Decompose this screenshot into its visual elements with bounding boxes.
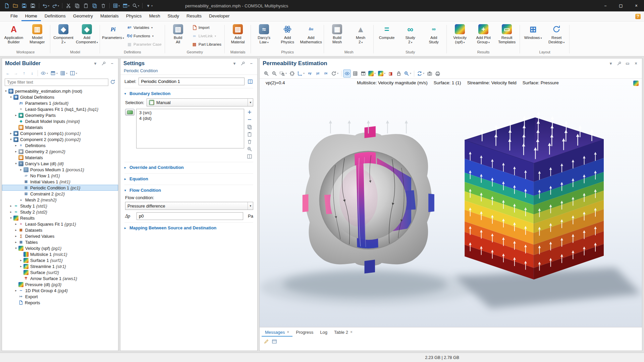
ribbon-variables-button[interactable]: a=Variables▾: [125, 24, 163, 32]
ribbon-study-2-button[interactable]: ∞Study 2▾: [399, 23, 422, 46]
tree-node-geometry-parts[interactable]: ▸◆Geometry Parts: [2, 112, 118, 118]
tree-expander-icon[interactable]: ▸: [13, 228, 18, 232]
refresh-view-icon-button[interactable]: ▾: [330, 70, 339, 78]
ribbon-livelink-button[interactable]: ∞LiveLink▾: [190, 32, 223, 40]
tree-node-definitions[interactable]: ▸≡Definitions: [2, 142, 118, 148]
tree-expander-icon[interactable]: ▾: [13, 246, 18, 250]
model-tree-icon-button[interactable]: ▾: [112, 2, 121, 10]
boundary-selection-list[interactable]: 3 (src)4 (dst): [136, 109, 244, 148]
tree-node-constraint-2-pc2[interactable]: ▤Constraint 2 {pc2}: [2, 191, 118, 197]
tab-table-2[interactable]: Table 2×: [331, 327, 356, 337]
tab-messages[interactable]: Messages×: [262, 327, 292, 337]
paste-selection-icon-button[interactable]: [247, 131, 253, 137]
clear-log-icon-button[interactable]: [263, 338, 269, 345]
menu-study[interactable]: Study: [164, 11, 183, 21]
menu-developer[interactable]: Developer: [205, 11, 233, 21]
ribbon-parameter-case-button[interactable]: ▦Parameter Case: [125, 40, 163, 48]
remove-selection-icon-button[interactable]: [247, 117, 253, 123]
ribbon-component-2-button[interactable]: ◆Component 2▾: [52, 23, 75, 46]
equation-header[interactable]: ▸ Equation: [124, 175, 253, 182]
tree-node-darcy-s-law-dl-dl[interactable]: ▾≈Darcy's Law (dl) {dl}: [2, 161, 118, 167]
ribbon-add-physics-button[interactable]: Add Physics: [276, 23, 299, 45]
panel-menu-icon-button[interactable]: ▾: [608, 60, 614, 66]
tree-node-streamline-1-str1[interactable]: ▸≈Streamline 1 {str1}: [2, 263, 118, 269]
ribbon-compute-button[interactable]: =Compute: [375, 23, 398, 41]
print-icon-button[interactable]: [434, 70, 441, 78]
tree-expander-icon[interactable]: ▸: [18, 168, 23, 171]
tree-node-permeability-estimation-mph-root[interactable]: ▾◎permeability_estimation.mph (root): [2, 88, 118, 94]
close-tab-icon[interactable]: ×: [287, 330, 289, 334]
zoom-selection-icon-button[interactable]: ▾: [403, 70, 412, 78]
selection-dropdown[interactable]: ▦ Manual ▾: [147, 98, 253, 106]
tree-node-initial-values-1-init1[interactable]: ▣Initial Values 1 {init1}: [2, 179, 118, 185]
tree-node-global-definitions[interactable]: ▾⊕Global Definitions: [2, 94, 118, 100]
update-plot-icon-button[interactable]: ▾: [416, 70, 425, 78]
ribbon-windows-button[interactable]: ⊞Windows▾: [522, 23, 544, 41]
snapshot-icon-button[interactable]: [426, 70, 433, 78]
tree-node-mesh-2-mesh2[interactable]: ▲Mesh 2 {mesh2}: [2, 197, 118, 203]
ribbon-build-mesh-button[interactable]: ▦Build Mesh: [326, 23, 348, 45]
tree-node-study-2-std2[interactable]: ▸∞Study 2 {std2}: [2, 209, 118, 215]
selection-list-item[interactable]: 4 (dst): [137, 116, 244, 121]
selection-active-toggle[interactable]: [125, 109, 135, 116]
panel-menu-icon-button[interactable]: ▾: [92, 60, 98, 66]
tree-expander-icon[interactable]: ▸: [13, 222, 18, 226]
close-panel-icon-button[interactable]: ×: [633, 60, 639, 66]
scene-light-icon-button[interactable]: [343, 70, 351, 78]
table-window-icon-button[interactable]: ▾: [121, 2, 130, 10]
open-icon-button[interactable]: [11, 2, 19, 10]
menu-mesh[interactable]: Mesh: [145, 11, 164, 21]
collapse-all-icon-button[interactable]: ▾: [59, 69, 68, 77]
tree-expander-icon[interactable]: ▾: [13, 162, 18, 165]
tree-node-velocity-spf-pg1[interactable]: ▾Velocity (spf) {pg1}: [2, 245, 118, 251]
pin-icon-button[interactable]: [616, 60, 622, 66]
float-window-icon-button[interactable]: [271, 338, 277, 345]
tree-expander-icon[interactable]: ▸: [13, 150, 18, 153]
tree-expander-icon[interactable]: ▸: [13, 289, 18, 292]
lock-axes-icon-button[interactable]: [395, 70, 402, 78]
tree-node-porous-medium-1-porous1[interactable]: ▸∷Porous Medium 1 {porous1}: [2, 167, 118, 173]
menu-results[interactable]: Results: [183, 11, 205, 21]
minimize-panel-icon-button[interactable]: −: [248, 60, 254, 66]
color-legend-icon-button[interactable]: ◨: [387, 70, 394, 78]
mapping-header[interactable]: ▸ Mapping Between Source and Destination: [124, 224, 253, 231]
plot-second-icon-button[interactable]: +▾: [377, 70, 386, 78]
ribbon-velocity-spf-button[interactable]: Velocity (spf)▾: [448, 23, 471, 46]
ribbon-import-button[interactable]: Import: [190, 24, 223, 32]
override-header[interactable]: ▸ Override and Contribution: [124, 164, 253, 171]
tree-node-results[interactable]: ▾Results: [2, 215, 118, 221]
tree-expander-icon[interactable]: ▾: [8, 95, 13, 99]
go-to-view-icon-button[interactable]: ▾: [296, 70, 306, 78]
new-file-icon-button[interactable]: [3, 2, 11, 10]
clear-selection-icon-button[interactable]: [247, 139, 253, 145]
menu-geometry[interactable]: Geometry: [69, 11, 97, 21]
boundary-selection-header[interactable]: ▾ Boundary Selection: [124, 90, 253, 97]
tree-node-pressure-dl-pg3[interactable]: Pressure (dl) {pg3}: [2, 281, 118, 287]
nav-forward-icon-button[interactable]: →: [12, 69, 20, 77]
tree-node-least-squares-fit-1-grp1[interactable]: ▸≈Least-Squares Fit 1 {grp1}: [2, 221, 118, 227]
tree-node-surface-1-surf1[interactable]: ▸Surface 1 {surf1}: [2, 257, 118, 263]
plot-area[interactable]: vp(2)=0.4 Multislice: Velocity magnitude…: [260, 79, 642, 327]
tree-node-periodic-condition-1-pc1[interactable]: ▥Periodic Condition 1 {pc1}: [2, 185, 118, 191]
ribbon-add-mathematics-button[interactable]: ΔuAdd Mathematics: [300, 23, 322, 45]
ribbon-build-all-button[interactable]: ▧Build All: [167, 23, 190, 45]
add-selection-icon-button[interactable]: [247, 109, 253, 115]
zoom-box-icon-button[interactable]: ▾: [278, 70, 288, 78]
plot-properties-button[interactable]: [633, 81, 639, 87]
tree-expander-icon[interactable]: ▾: [8, 138, 13, 141]
tree-node-datasets[interactable]: ▸▦Datasets: [2, 227, 118, 233]
paste-icon-button[interactable]: [82, 2, 90, 10]
ribbon-add-component-button[interactable]: ◆Add Component▾: [75, 23, 98, 46]
menu-home[interactable]: Home: [21, 11, 41, 21]
zoom-out-icon-button[interactable]: [270, 70, 278, 78]
tab-log[interactable]: Log: [317, 327, 331, 337]
ribbon-model-manager-button[interactable]: ▥Model Manager: [26, 23, 49, 45]
ribbon-add-material-button[interactable]: ▨Add Material: [226, 23, 249, 45]
tree-expander-icon[interactable]: ▸: [8, 132, 13, 135]
tree-node-default-model-inputs-minpt[interactable]: ◈Default Model Inputs {minpt}: [2, 118, 118, 124]
zoom-window-icon-button[interactable]: ▾: [131, 2, 140, 10]
float-panel-icon-button[interactable]: ▭: [625, 60, 631, 66]
tree-node-parameters-1-default[interactable]: PiParameters 1 {default}: [2, 100, 118, 106]
tree-columns-icon-button[interactable]: ▾: [49, 69, 59, 77]
tree-filter-input[interactable]: [5, 79, 108, 86]
